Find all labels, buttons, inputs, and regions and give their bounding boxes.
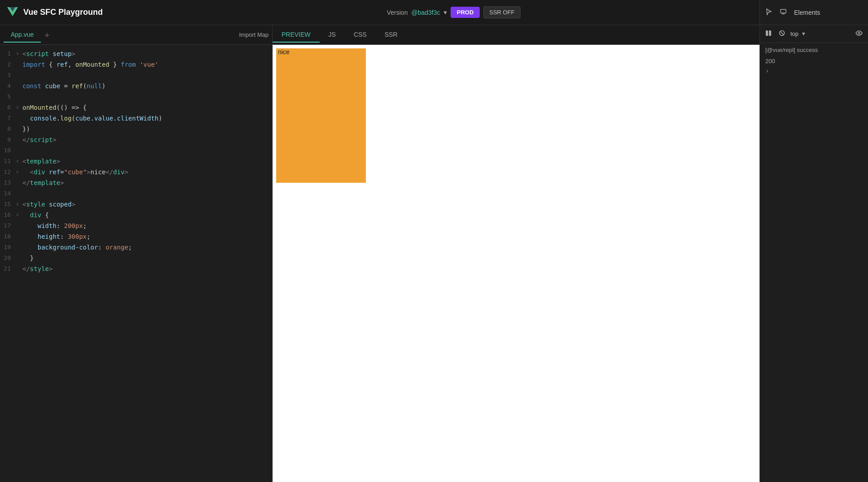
line-code-content: } [22,253,269,263]
devtools-device-icon[interactable] [778,6,789,19]
code-line: 6vonMounted(() => { [0,102,272,113]
devtools-cursor-icon[interactable] [764,6,774,19]
tab-preview[interactable]: PREVIEW [273,27,320,43]
devtools-top-bar: Elements [760,0,868,25]
svg-rect-2 [766,30,768,36]
code-line: 5 [0,91,272,102]
devtools-tab-label: Elements [794,9,820,16]
code-line: 7 console.log(cube.value.clientWidth) [0,113,272,124]
svg-point-6 [858,32,860,34]
line-number: 8 [4,124,16,134]
line-code-content: </script> [22,134,269,145]
line-number: 15 [4,199,16,210]
line-fold-icon[interactable]: v [16,210,22,220]
code-line: 11v<template> [0,156,272,167]
tab-app-vue[interactable]: App.vue [4,27,41,43]
code-editor[interactable]: 1v<script setup>2 import { ref, onMounte… [0,45,272,482]
line-fold-icon[interactable]: v [16,102,22,113]
import-map-button[interactable]: Import Map [239,31,269,38]
devtools-eye-icon[interactable] [854,28,864,40]
line-number: 12 [4,167,16,177]
tab-css[interactable]: CSS [345,27,376,43]
line-code-content: }) [22,124,269,134]
svg-rect-1 [782,13,785,14]
code-line: 15v<style scoped> [0,199,272,210]
app-title: Vue SFC Playground [23,8,103,17]
svg-rect-3 [769,30,771,36]
code-line: 21 </style> [0,263,272,274]
code-line: 12v <div ref="cube">nice</div> [0,167,272,177]
line-code-content: height: 300px; [22,231,269,242]
line-number: 4 [4,81,16,91]
output-tabs: PREVIEW JS CSS SSR [273,25,760,45]
header: Vue SFC Playground Version @bad3f3c ▼ PR… [0,0,868,25]
add-tab-button[interactable]: + [41,28,53,41]
devtools-top-label[interactable]: top [790,30,799,37]
line-number: 3 [4,70,16,81]
line-number: 11 [4,156,16,167]
editor-tabs: App.vue + Import Map [0,25,272,45]
line-code-content: <div ref="cube">nice</div> [22,167,269,177]
code-line: 8 }) [0,124,272,134]
line-fold-icon[interactable]: v [16,167,22,177]
preview-box-text: nice [276,47,291,57]
line-number: 21 [4,263,16,274]
line-number: 2 [4,59,16,70]
line-fold-icon[interactable]: v [16,199,22,210]
devtools-play-icon[interactable] [764,28,773,40]
prod-button[interactable]: PROD [451,7,480,18]
main-content: App.vue + Import Map 1v<script setup>2 i… [0,25,760,482]
ssr-off-button[interactable]: SSR OFF [483,6,520,18]
preview-area: nice [273,45,760,482]
code-line: 20 } [0,253,272,263]
devtools-second-bar: top ▼ [760,25,868,43]
editor-panel: App.vue + Import Map 1v<script setup>2 i… [0,25,273,482]
output-panel: PREVIEW JS CSS SSR nice [273,25,760,482]
line-number: 17 [4,220,16,231]
line-number: 10 [4,145,16,156]
line-code-content: width: 200px; [22,220,269,231]
line-code-content: </style> [22,263,269,274]
code-line: 13 </template> [0,177,272,188]
code-line: 19 background-color: orange; [0,242,272,253]
code-line: 4 const cube = ref(null) [0,81,272,91]
code-line: 2 import { ref, onMounted } from 'vue' [0,59,272,70]
line-number: 18 [4,231,16,242]
line-number: 13 [4,177,16,188]
devtools-status-code: 200 [760,57,868,65]
line-code-content: import { ref, onMounted } from 'vue' [22,59,269,70]
tab-ssr[interactable]: SSR [376,27,407,43]
line-code-content: div { [22,210,269,220]
code-line: 9 </script> [0,134,272,145]
devtools-success-text: [@vue/repl] success [760,43,868,57]
line-code-content: background-color: orange; [22,242,269,253]
version-chevron-icon[interactable]: ▼ [443,9,447,16]
line-number: 6 [4,102,16,113]
line-fold-icon[interactable]: v [16,48,22,59]
line-number: 5 [4,91,16,102]
vue-logo-icon [5,5,20,20]
tab-js[interactable]: JS [320,27,345,43]
preview-inner: nice [273,45,760,186]
line-code-content: <style scoped> [22,199,269,210]
line-number: 14 [4,188,16,199]
line-fold-icon[interactable]: v [16,156,22,167]
devtools-block-icon[interactable] [777,28,787,40]
logo-area: Vue SFC Playground [5,5,103,20]
line-number: 19 [4,242,16,253]
devtools-panel: Elements top ▼ [@vue/repl] success 200 › [760,0,868,482]
preview-orange-box: nice [276,48,366,183]
code-line: 18 height: 300px; [0,231,272,242]
line-number: 7 [4,113,16,124]
devtools-expand-arrow[interactable]: › [760,65,868,76]
code-line: 17 width: 200px; [0,220,272,231]
line-code-content: <template> [22,156,269,167]
line-code-content: </template> [22,177,269,188]
top-chevron-icon: ▼ [802,31,805,37]
version-label: Version [387,9,408,16]
version-hash[interactable]: @bad3f3c [411,9,440,16]
line-number: 20 [4,253,16,263]
line-code-content: onMounted(() => { [22,102,269,113]
header-center: Version @bad3f3c ▼ PROD SSR OFF [108,6,799,18]
code-line: 3 [0,70,272,81]
